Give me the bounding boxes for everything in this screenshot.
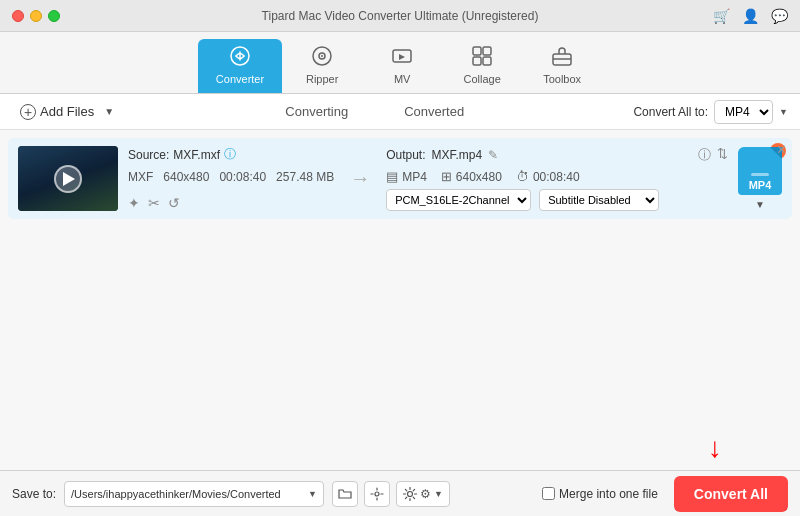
file-info-right: Output: MXF.mp4 ✎ ⓘ ⇅ ▤ MP4 ⊞ 640x480 (386, 146, 728, 211)
format-select[interactable]: MP4 (714, 100, 773, 124)
file-format: MXF (128, 170, 153, 184)
collage-icon (471, 45, 493, 70)
path-dropdown-arrow[interactable]: ▼ (308, 489, 323, 499)
edit-icon[interactable]: ✎ (488, 148, 498, 162)
path-input-wrap: ▼ (64, 481, 324, 507)
output-icons: ⓘ ⇅ (698, 146, 728, 164)
converted-tab[interactable]: Converted (396, 100, 472, 123)
badge-dropdown-arrow[interactable]: ▼ (755, 199, 765, 210)
user-icon[interactable]: 👤 (742, 8, 759, 24)
file-meta: MXF 640x480 00:08:40 257.48 MB (128, 170, 334, 184)
file-info-left: Source: MXF.mxf ⓘ MXF 640x480 00:08:40 2… (128, 146, 334, 211)
source-info-icon[interactable]: ⓘ (224, 146, 236, 163)
cart-icon[interactable]: 🛒 (713, 8, 730, 24)
nav-label-collage: Collage (463, 73, 500, 85)
settings-button[interactable]: ⚙ ▼ (397, 482, 449, 506)
output-resolution-item: ⊞ 640x480 (441, 169, 502, 184)
svg-rect-7 (473, 57, 481, 65)
bottom-icons: ⚙ ▼ (332, 481, 450, 507)
cut-icon[interactable]: ✂ (148, 195, 160, 211)
output-info-icon[interactable]: ⓘ (698, 146, 711, 164)
format-icon: ▤ (386, 169, 398, 184)
badge-decoration (751, 173, 769, 176)
format-dropdown-arrow[interactable]: ▼ (779, 107, 788, 117)
play-button[interactable] (54, 165, 82, 193)
add-files-label: Add Files (40, 104, 94, 119)
svg-point-12 (408, 491, 413, 496)
output-line: Output: MXF.mp4 ✎ ⓘ ⇅ (386, 146, 728, 164)
output-format-item: ▤ MP4 (386, 169, 427, 184)
nav-label-mv: MV (394, 73, 411, 85)
nav-item-ripper[interactable]: Ripper (282, 39, 362, 93)
output-resolution-value: 640x480 (456, 170, 502, 184)
svg-point-11 (375, 492, 379, 496)
folder-icon-btn[interactable] (332, 481, 358, 507)
settings-label: ⚙ (420, 487, 431, 501)
resolution-icon: ⊞ (441, 169, 452, 184)
maximize-button[interactable] (48, 10, 60, 22)
add-files-dropdown[interactable]: ▼ (102, 102, 116, 121)
toolbox-icon (551, 45, 573, 70)
settings-icon-btn[interactable] (364, 481, 390, 507)
rotate-icon[interactable]: ↺ (168, 195, 180, 211)
thumbnail (18, 146, 118, 211)
add-files-button[interactable]: + Add Files (12, 100, 102, 124)
nav-bar: Converter Ripper MV (0, 32, 800, 94)
output-settings-icon[interactable]: ⇅ (717, 146, 728, 164)
nav-item-collage[interactable]: Collage (442, 39, 522, 93)
ripper-icon (311, 45, 333, 70)
sub-toolbar-right: Convert All to: MP4 ▼ (633, 100, 788, 124)
svg-rect-5 (473, 47, 481, 55)
plus-icon: + (20, 104, 36, 120)
merge-checkbox[interactable] (542, 487, 555, 500)
svg-rect-6 (483, 47, 491, 55)
duration-icon: ⏱ (516, 169, 529, 184)
output-selects: PCM_S16LE-2Channel Subtitle Disabled (386, 189, 728, 211)
nav-item-toolbox[interactable]: Toolbox (522, 39, 602, 93)
convert-all-to-label: Convert All to: (633, 105, 708, 119)
merge-label: Merge into one file (559, 487, 658, 501)
nav-label-ripper: Ripper (306, 73, 338, 85)
close-button[interactable] (12, 10, 24, 22)
svg-point-3 (321, 55, 323, 57)
output-format-value: MP4 (402, 170, 427, 184)
nav-item-converter[interactable]: Converter (198, 39, 282, 93)
convert-all-button[interactable]: Convert All (674, 476, 788, 512)
output-duration-value: 00:08:40 (533, 170, 580, 184)
file-size: 257.48 MB (276, 170, 334, 184)
chat-icon[interactable]: 💬 (771, 8, 788, 24)
converter-icon (229, 45, 251, 70)
bottom-bar: Save to: ▼ ⚙ ▼ (0, 470, 800, 516)
file-row: Source: MXF.mxf ⓘ MXF 640x480 00:08:40 2… (8, 138, 792, 219)
svg-rect-8 (483, 57, 491, 65)
save-to-label: Save to: (12, 487, 56, 501)
sparkle-icon[interactable]: ✦ (128, 195, 140, 211)
save-path-input[interactable] (65, 488, 308, 500)
right-arrow-icon: → (350, 167, 370, 190)
subtitle-select[interactable]: Subtitle Disabled (539, 189, 659, 211)
row-close-button[interactable]: × (777, 142, 786, 158)
source-filename: MXF.mxf (173, 148, 220, 162)
format-badge-col: 1 MP4 ▼ (738, 146, 782, 211)
format-badge[interactable]: MP4 (738, 147, 782, 195)
settings-dropdown-arrow: ▼ (434, 489, 443, 499)
convert-arrow: → (344, 146, 376, 211)
source-label: Source: (128, 148, 169, 162)
source-line: Source: MXF.mxf ⓘ (128, 146, 334, 163)
output-filename: MXF.mp4 (432, 148, 483, 162)
sub-toolbar-tabs: Converting Converted (116, 100, 633, 123)
window-title: Tipard Mac Video Converter Ultimate (Unr… (262, 9, 539, 23)
nav-item-mv[interactable]: MV (362, 39, 442, 93)
merge-checkbox-wrap: Merge into one file (542, 487, 658, 501)
traffic-lights (12, 10, 60, 22)
nav-label-converter: Converter (216, 73, 264, 85)
converting-tab[interactable]: Converting (277, 100, 356, 123)
main-content: Source: MXF.mxf ⓘ MXF 640x480 00:08:40 2… (0, 130, 800, 470)
settings-btn-wrap: ⚙ ▼ (396, 481, 450, 507)
badge-format-text: MP4 (749, 179, 772, 191)
output-duration-item: ⏱ 00:08:40 (516, 169, 580, 184)
sub-toolbar: + Add Files ▼ Converting Converted Conve… (0, 94, 800, 130)
output-label: Output: (386, 148, 425, 162)
audio-channel-select[interactable]: PCM_S16LE-2Channel (386, 189, 531, 211)
minimize-button[interactable] (30, 10, 42, 22)
